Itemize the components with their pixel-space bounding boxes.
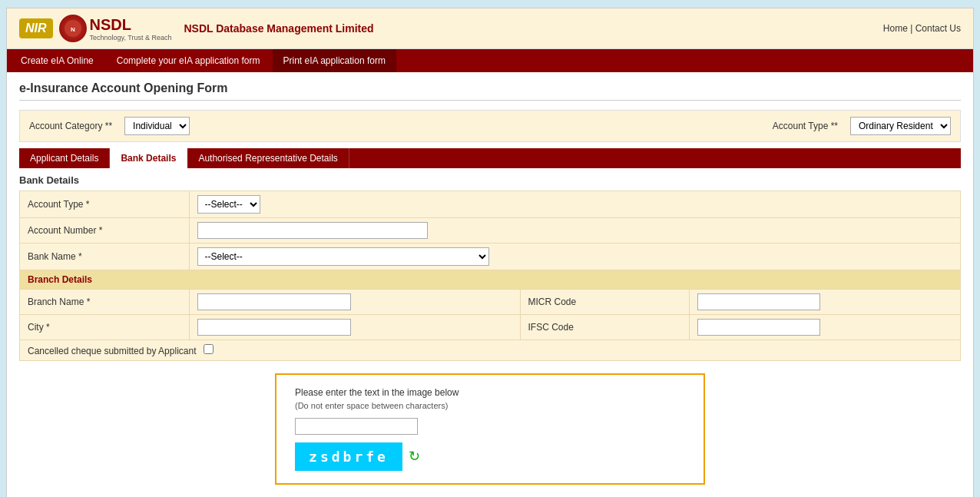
account-type-field-label: Account Type * [20,191,190,218]
svg-text:N: N [71,26,75,33]
tabs-row: Applicant Details Bank Details Authorise… [19,148,961,168]
branch-name-label: Branch Name * [20,290,190,315]
city-value [189,315,520,340]
tab-bank-details[interactable]: Bank Details [110,148,187,168]
bank-details-title: Bank Details [19,168,961,191]
captcha-input[interactable] [295,418,418,435]
tab-authorised-rep[interactable]: Authorised Representative Details [187,148,349,168]
captcha-note: (Do not enter space between characters) [295,401,685,410]
account-type-label: Account Type ** [773,121,838,131]
table-row: Branch Name * MICR Code [20,290,961,315]
nav-print-eia[interactable]: Print eIA application form [273,49,396,72]
nsdl-text: NSDL Technology, Trust & Reach [90,16,172,41]
account-type-dropdown[interactable]: --Select-- [197,195,260,214]
account-type-select[interactable]: Ordinary Resident NRI [850,117,951,135]
captcha-refresh-icon[interactable]: ↻ [409,448,427,466]
captcha-instruction: Please enter the text in the image below [295,387,685,398]
city-label: City * [20,315,190,340]
home-link[interactable]: Home [883,23,908,34]
page-content: e-Insurance Account Opening Form Account… [7,72,973,497]
logo-area: NIR N NSDL Technology, Trust & Reach NSD… [19,15,374,42]
captcha-row: zsdbrfe ↻ [295,442,685,471]
bank-name-dropdown[interactable]: --Select-- [197,247,489,266]
table-row: Account Type * --Select-- [20,191,961,218]
table-row: City * IFSC Code [20,315,961,340]
nsdl-fullname: NSDL Database Management Limited [184,22,373,35]
tab-applicant-details[interactable]: Applicant Details [19,148,110,168]
bank-details-table: Account Type * --Select-- Account Number… [19,191,961,361]
table-row: Bank Name * --Select-- [20,244,961,270]
account-category-label: Account Category ** [29,121,112,131]
nav-bar: Create eIA Online Complete your eIA appl… [7,49,973,72]
micr-code-value [690,290,961,315]
account-category-select[interactable]: Individual [124,117,190,135]
micr-code-label: MICR Code [520,290,690,315]
captcha-box: Please enter the text in the image below… [275,373,705,485]
nav-complete-eia[interactable]: Complete your eIA application form [106,49,271,72]
city-input[interactable] [197,319,351,336]
ifsc-code-input[interactable] [697,319,820,336]
branch-name-value [189,290,520,315]
captcha-container: Please enter the text in the image below… [19,373,961,485]
nsdl-icon: N [59,15,87,42]
cancelled-cheque-checkbox[interactable] [204,344,214,354]
ifsc-code-label: IFSC Code [520,315,690,340]
bank-name-label: Bank Name * [20,244,190,270]
branch-name-input[interactable] [197,293,351,310]
header-links: Home | Contact Us [883,23,961,34]
account-number-input[interactable] [197,222,428,239]
ifsc-code-value [690,315,961,340]
account-number-value [189,218,961,244]
header: NIR N NSDL Technology, Trust & Reach NSD… [7,8,973,49]
captcha-image: zsdbrfe [295,442,402,471]
nir-logo: NIR [19,18,53,38]
table-row: Account Number * [20,218,961,244]
branch-details-link[interactable]: Branch Details [28,274,92,285]
account-number-label: Account Number * [20,218,190,244]
account-type-field-value: --Select-- [189,191,961,218]
nav-create-eia[interactable]: Create eIA Online [10,49,104,72]
nsdl-logo: N NSDL Technology, Trust & Reach [59,15,172,42]
page-title: e-Insurance Account Opening Form [19,81,961,101]
bank-name-value: --Select-- [189,244,961,270]
branch-details-header: Branch Details [20,270,961,290]
table-row: Cancelled cheque submitted by Applicant [20,340,961,361]
contact-link[interactable]: Contact Us [915,23,961,34]
micr-code-input[interactable] [697,293,820,310]
table-row: Branch Details [20,270,961,290]
account-row: Account Category ** Individual Account T… [19,110,961,142]
cancelled-cheque-cell: Cancelled cheque submitted by Applicant [20,340,961,361]
captcha-input-group [295,418,685,435]
